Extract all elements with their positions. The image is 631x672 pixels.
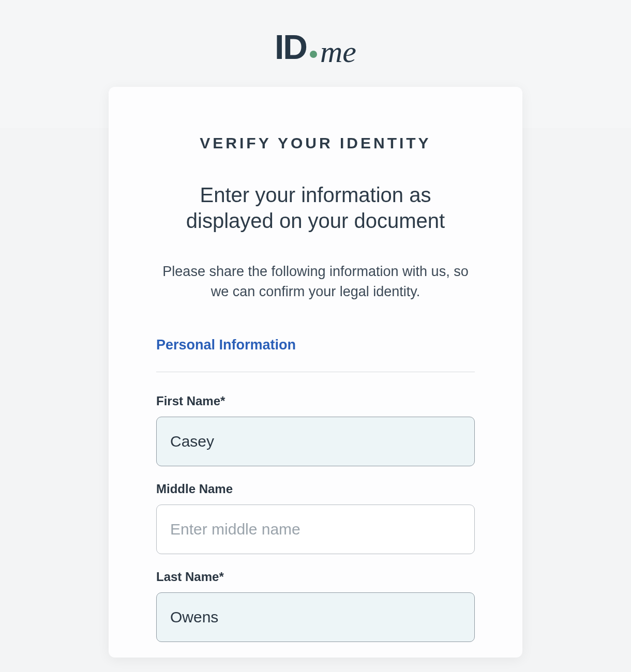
last-name-group: Last Name* [156, 570, 475, 642]
section-divider [156, 372, 475, 372]
first-name-input[interactable] [156, 417, 475, 466]
middle-name-label: Middle Name [156, 482, 475, 496]
logo-dot-icon [310, 51, 317, 58]
middle-name-group: Middle Name [156, 482, 475, 554]
last-name-label: Last Name* [156, 570, 475, 584]
middle-name-input[interactable] [156, 505, 475, 554]
form-card: VERIFY YOUR IDENTITY Enter your informat… [109, 87, 522, 658]
first-name-group: First Name* [156, 394, 475, 466]
page-description: Please share the following information w… [156, 262, 475, 302]
logo-me-text: me [320, 36, 356, 67]
page-title: VERIFY YOUR IDENTITY [156, 134, 475, 152]
first-name-label: First Name* [156, 394, 475, 408]
last-name-input[interactable] [156, 592, 475, 642]
page-subheading: Enter your information as displayed on y… [156, 182, 475, 234]
logo: ID me [275, 30, 356, 64]
section-title: Personal Information [156, 337, 475, 353]
logo-id-text: ID [275, 30, 307, 64]
